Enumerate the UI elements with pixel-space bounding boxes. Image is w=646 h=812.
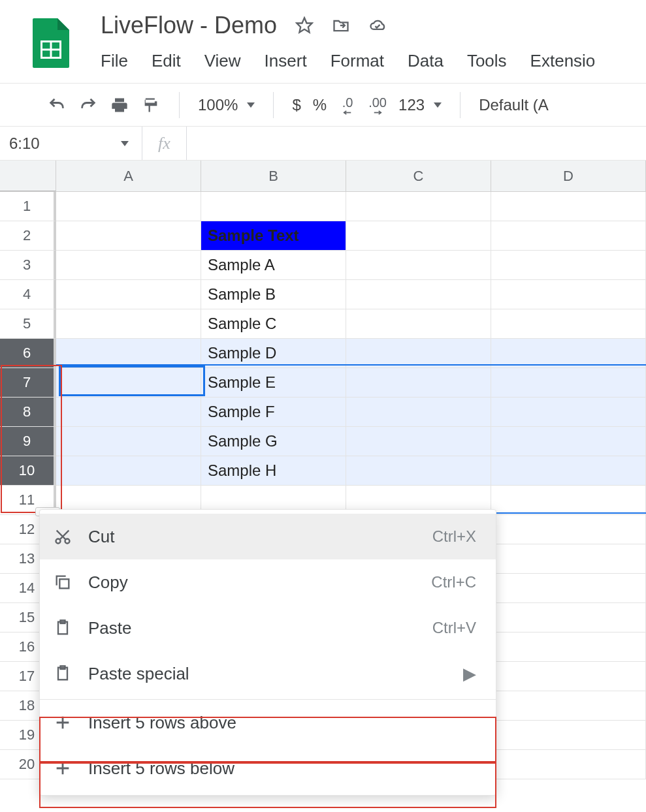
cell[interactable] — [346, 368, 491, 398]
cell[interactable] — [491, 544, 646, 574]
paint-format-icon[interactable] — [141, 95, 161, 115]
cell[interactable]: Sample B — [201, 280, 346, 309]
row-header[interactable]: 1 — [0, 192, 56, 221]
menu-copy[interactable]: Copy Ctrl+C — [40, 559, 496, 605]
cell[interactable] — [491, 456, 646, 486]
cell[interactable] — [346, 251, 491, 280]
menu-format[interactable]: Format — [331, 51, 384, 71]
star-icon[interactable] — [295, 16, 314, 35]
format-percent-button[interactable]: % — [313, 96, 327, 114]
cell[interactable] — [491, 368, 646, 398]
row-header[interactable]: 9 — [0, 427, 56, 456]
zoom-dropdown[interactable]: 100% — [198, 96, 255, 114]
col-header-D[interactable]: D — [491, 161, 646, 191]
cell[interactable] — [491, 632, 646, 662]
cloud-saved-icon[interactable] — [368, 16, 387, 35]
cell[interactable]: Sample H — [201, 456, 346, 486]
increase-decimal-icon[interactable]: .00 — [368, 95, 387, 115]
plus-icon — [53, 713, 73, 732]
cell[interactable] — [346, 398, 491, 427]
cell[interactable] — [491, 309, 646, 339]
cell[interactable] — [491, 486, 646, 515]
cell[interactable] — [346, 427, 491, 456]
cell[interactable] — [491, 515, 646, 544]
cell[interactable] — [346, 280, 491, 309]
row-header[interactable]: 10 — [0, 456, 56, 486]
table-row: 4Sample B — [0, 280, 646, 309]
fx-label: fx — [142, 127, 187, 160]
col-header-C[interactable]: C — [346, 161, 491, 191]
cell[interactable] — [491, 574, 646, 603]
cell[interactable] — [491, 750, 646, 779]
undo-icon[interactable] — [47, 95, 67, 115]
decrease-decimal-icon[interactable]: .0 — [338, 95, 357, 115]
cell[interactable] — [491, 662, 646, 691]
shortcut: Ctrl+X — [432, 527, 476, 546]
redo-icon[interactable] — [78, 95, 98, 115]
cell[interactable] — [56, 427, 201, 456]
cell[interactable] — [491, 603, 646, 632]
cell[interactable] — [56, 280, 201, 309]
menu-paste[interactable]: Paste Ctrl+V — [40, 605, 496, 651]
cell[interactable]: Sample C — [201, 309, 346, 339]
cell[interactable] — [346, 221, 491, 251]
menu-paste-special[interactable]: Paste special ▶ — [40, 651, 496, 696]
row-header[interactable]: 2 — [0, 221, 56, 251]
cell[interactable] — [56, 309, 201, 339]
row-header[interactable]: 8 — [0, 398, 56, 427]
document-title[interactable]: LiveFlow - Demo — [101, 12, 277, 39]
cell[interactable] — [56, 398, 201, 427]
col-header-A[interactable]: A — [56, 161, 201, 191]
cell[interactable] — [56, 221, 201, 251]
cell[interactable]: Sample Text — [201, 221, 346, 251]
toolbar-divider — [460, 92, 460, 118]
number-format-dropdown[interactable]: 123 — [398, 96, 442, 114]
cell[interactable]: Sample G — [201, 427, 346, 456]
row-header[interactable]: 5 — [0, 309, 56, 339]
cell[interactable] — [56, 456, 201, 486]
name-box[interactable]: 6:10 — [0, 127, 142, 160]
menu-view[interactable]: View — [204, 51, 241, 71]
select-all-corner[interactable] — [0, 161, 56, 191]
menu-insert-rows-below[interactable]: Insert 5 rows below — [40, 745, 496, 791]
move-folder-icon[interactable] — [332, 16, 350, 35]
cell[interactable] — [346, 192, 491, 221]
menu-extensions[interactable]: Extensio — [530, 51, 596, 71]
row-header[interactable]: 4 — [0, 280, 56, 309]
cell[interactable] — [491, 691, 646, 721]
cell[interactable] — [491, 192, 646, 221]
context-menu: Cut Ctrl+X Copy Ctrl+C Paste Ctrl+V Past… — [39, 509, 496, 796]
formula-input[interactable] — [187, 127, 646, 160]
row-header[interactable]: 7 — [0, 368, 56, 398]
cell[interactable] — [491, 280, 646, 309]
menu-insert[interactable]: Insert — [265, 51, 307, 71]
cell[interactable] — [491, 251, 646, 280]
cell[interactable] — [56, 368, 201, 398]
print-icon[interactable] — [110, 95, 129, 115]
menu-bar: File Edit View Insert Format Data Tools … — [101, 51, 646, 71]
row-header[interactable]: 3 — [0, 251, 56, 280]
cell[interactable]: Sample F — [201, 398, 346, 427]
font-dropdown[interactable]: Default (A — [479, 96, 549, 114]
menu-insert-rows-above[interactable]: Insert 5 rows above — [40, 700, 496, 745]
cell[interactable]: Sample E — [201, 368, 346, 398]
col-header-B[interactable]: B — [201, 161, 346, 191]
menu-cut[interactable]: Cut Ctrl+X — [40, 514, 496, 559]
menu-data[interactable]: Data — [408, 51, 444, 71]
cell[interactable] — [346, 456, 491, 486]
cell[interactable] — [491, 721, 646, 750]
cell[interactable] — [491, 221, 646, 251]
svg-marker-0 — [297, 18, 312, 32]
menu-tools[interactable]: Tools — [467, 51, 507, 71]
cell[interactable] — [491, 398, 646, 427]
cell[interactable] — [346, 309, 491, 339]
row-header[interactable]: 6 — [0, 339, 56, 368]
format-currency-button[interactable]: $ — [292, 96, 300, 114]
menu-file[interactable]: File — [101, 51, 128, 71]
cell[interactable] — [491, 427, 646, 456]
cell[interactable] — [201, 192, 346, 221]
menu-edit[interactable]: Edit — [152, 51, 181, 71]
cell[interactable] — [56, 251, 201, 280]
cell[interactable] — [56, 192, 201, 221]
cell[interactable]: Sample A — [201, 251, 346, 280]
